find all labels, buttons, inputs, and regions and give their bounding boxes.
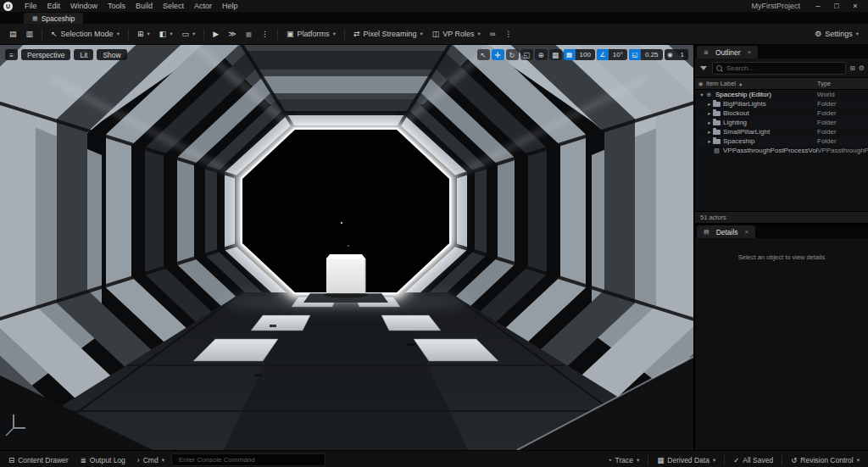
camera-speed-value[interactable]: 1 [676,49,688,60]
outliner-search-box[interactable] [712,62,846,75]
menu-item-edit[interactable]: Edit [42,2,66,10]
outliner-column-header[interactable]: ◉ Item Label ▲ Type [695,77,868,90]
scale-tool-button[interactable]: ◱ [520,49,533,60]
viewport-options-button[interactable]: ≡ [5,49,18,60]
menu-item-window[interactable]: Window [65,2,103,10]
link-button[interactable]: ∞ [486,28,499,40]
menu-item-help[interactable]: Help [217,2,243,10]
revision-control-dropdown[interactable]: ↺ Revision Control ▾ [786,454,865,466]
play-button[interactable]: ▶ [209,28,223,40]
camera-icon[interactable]: ◉ [665,49,676,60]
expander-icon[interactable]: ▸ [706,120,713,126]
select-tool-button[interactable]: ↖ [477,49,490,60]
tab-outliner[interactable]: ≣ Outliner × [697,46,758,58]
grid-snap-value[interactable]: 100 [576,49,595,60]
expander-icon[interactable]: ▸ [706,110,713,117]
selection-mode-dropdown[interactable]: ↖ Selection Mode ▾ [47,28,124,40]
trace-dropdown[interactable]: ◔ Trace ▾ [602,454,644,466]
rotation-snap-control[interactable]: ∠ 10° [597,49,627,60]
output-log-button[interactable]: ≣ Output Log [75,454,131,466]
menu-item-file[interactable]: File [19,2,42,10]
move-tool-button[interactable]: ✛ [492,49,504,60]
minimize-button[interactable]: – [814,2,822,10]
menu-item-tools[interactable]: Tools [103,2,131,10]
content-drawer-label: Content Drawer [18,456,69,464]
skip-frame-button[interactable]: ≫ [224,28,240,40]
chevron-down-icon: ▾ [637,457,639,464]
outliner-row[interactable]: ▧VPPassthroughPostProcessVolumVPPassthro… [695,146,868,155]
scale-snap-control[interactable]: ◱ 0.25 [629,49,663,60]
close-icon[interactable]: × [748,48,752,56]
close-icon[interactable]: × [745,228,749,236]
outliner-row[interactable]: ▾⊕Spaceship (Editor)World [695,90,868,99]
stop-button[interactable]: ◼ [242,28,256,40]
level-viewport[interactable]: ≡ Perspective Lit Show ↖ ✛ ↻ ◱ ⊕ ▦ ▦ 100… [0,45,693,450]
surface-snap-button[interactable]: ▦ [549,49,562,60]
cmd-dropdown[interactable]: › Cmd ▾ [132,454,170,466]
outliner-row[interactable]: ▸SpaceshipFolder [695,136,868,146]
content-drawer-icon: ⊟ [8,456,14,464]
view-mode-dropdown[interactable]: Lit [74,49,93,60]
column-type[interactable]: Type [817,80,868,87]
new-folder-icon[interactable]: ⊞ [849,64,855,72]
outliner-settings-icon[interactable]: ⚙ [859,64,865,72]
outliner-item-label: SmallPillarLight [723,128,817,136]
console-input[interactable] [177,455,320,464]
expander-icon[interactable]: ▾ [698,92,705,98]
play-options-button[interactable]: ⋮ [257,28,273,40]
link-icon: ∞ [490,30,495,38]
stop-icon: ◼ [246,30,252,38]
save-button[interactable]: ▤ [5,28,21,40]
close-button[interactable]: × [851,2,860,10]
unreal-logo-icon[interactable]: U [3,2,13,11]
rotate-tool-button[interactable]: ↻ [506,49,519,60]
rotation-snap-value[interactable]: 10° [609,49,627,60]
menu-item-build[interactable]: Build [131,2,158,10]
chevron-down-icon: ▾ [856,31,859,37]
outliner-row[interactable]: ▸BigPillarLightsFolder [695,99,868,108]
outliner-row[interactable]: ▸BlockoutFolder [695,108,868,118]
gear-icon: ⚙ [815,30,821,38]
window-controls: – □ × [814,2,860,10]
vp-roles-dropdown[interactable]: ◫ VP Roles ▾ [428,28,485,40]
scale-snap-icon[interactable]: ◱ [629,49,641,60]
menu-item-actor[interactable]: Actor [189,2,217,10]
coordinate-space-button[interactable]: ⊕ [535,49,548,60]
filter-icon[interactable] [700,66,707,70]
menu-item-select[interactable]: Select [158,2,189,10]
content-drawer-button[interactable]: ⊟ Content Drawer [3,454,74,466]
grid-snap-control[interactable]: ▦ 100 [564,49,595,60]
expander-icon[interactable]: ▸ [706,138,713,145]
toolbar-overflow-button[interactable]: ⋮ [500,28,516,40]
outliner-item-type: Folder [817,119,868,126]
search-input[interactable] [725,64,842,73]
viewport-scene[interactable] [0,45,693,450]
tab-spaceship[interactable]: ▦ Spaceship [24,13,83,24]
scale-snap-value[interactable]: 0.25 [641,49,663,60]
grid-snap-icon[interactable]: ▦ [564,49,576,60]
rotation-snap-icon[interactable]: ∠ [597,49,609,60]
settings-dropdown[interactable]: ⚙ Settings ▾ [810,28,863,40]
column-item-label[interactable]: Item Label ▲ [706,80,817,87]
outliner-row[interactable]: ▸SmallPillarLightFolder [695,127,868,136]
expander-icon[interactable]: ▸ [706,129,713,136]
pixel-streaming-dropdown[interactable]: ⇄ Pixel Streaming ▾ [349,28,427,40]
all-saved-button[interactable]: ✓ All Saved [728,454,778,466]
tab-details[interactable]: ▤ Details × [697,225,755,238]
status-bar: ⊟ Content Drawer ≣ Output Log › Cmd ▾ ◔ … [0,450,868,467]
outliner-row[interactable]: ▸LightingFolder [695,118,868,127]
add-actor-dropdown[interactable]: ⊞▾ [133,28,154,40]
toolbar-separator [128,29,129,40]
maximize-button[interactable]: □ [832,2,841,10]
show-dropdown[interactable]: Show [97,49,126,60]
import-button[interactable]: ▥ [22,28,38,40]
expander-icon[interactable]: ▸ [706,101,713,108]
camera-speed-control[interactable]: ◉ 1 [665,49,688,60]
perspective-dropdown[interactable]: Perspective [21,49,70,60]
cinematics-dropdown[interactable]: ▭▾ [177,28,199,40]
console-input-box[interactable] [171,453,326,466]
move-icon: ✛ [494,51,500,59]
platforms-dropdown[interactable]: ▣ Platforms ▾ [282,28,340,40]
derived-data-dropdown[interactable]: ▦ Derived Data ▾ [652,454,721,466]
blueprints-dropdown[interactable]: ◧▾ [155,28,177,40]
